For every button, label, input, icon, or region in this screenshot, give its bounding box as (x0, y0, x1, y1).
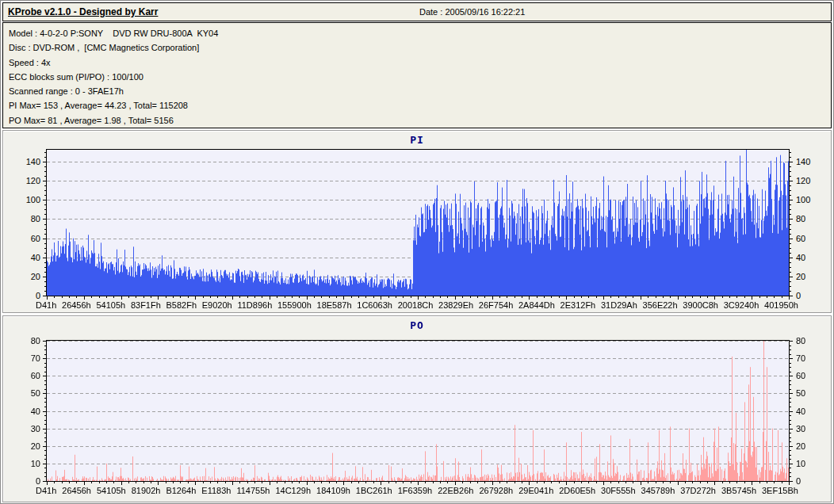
x-tick-label: 37D272h (680, 486, 716, 495)
x-tick-label: 83F1Fh (131, 300, 161, 310)
y-tick-label: 10 (796, 459, 831, 469)
x-tick-label: 14C129h (275, 486, 311, 495)
header-bar: KProbe v2.1.0 - Designed by Karr Date : … (2, 2, 832, 21)
x-tick-label: E9020h (202, 300, 232, 310)
y-tick-label: 40 (796, 253, 831, 263)
x-tick-label: E1183h (201, 486, 231, 495)
x-tick-label: 184109h (316, 486, 350, 495)
x-tick-label: 267928h (479, 486, 513, 495)
y-tick-label: 30 (796, 424, 831, 434)
info-po-stats: PO Max= 81 , Average= 1.98 , Total= 5156 (9, 113, 831, 128)
info-model: Model : 4-0-2-0 P:SONY DVD RW DRU-800A K… (9, 26, 831, 40)
y-tick-label: 140 (796, 157, 831, 167)
x-tick-label: 29E041h (518, 486, 553, 495)
x-tick-label: 31D29Ah (601, 300, 637, 310)
y-tick-label: 70 (6, 353, 40, 364)
y-tick-label: 50 (6, 388, 40, 399)
x-tick-label: 1BC261h (356, 486, 392, 495)
app-title: KProbe v2.1.0 - Designed by Karr (8, 6, 158, 17)
y-tick-label: 80 (796, 336, 831, 346)
x-tick-label: B582Fh (166, 300, 197, 310)
pi-chart-panel: PI 002020404060608080100100120120140140D… (2, 130, 832, 313)
x-tick-label: 26F754h (479, 300, 513, 310)
pi-chart-canvas (40, 148, 795, 302)
y-tick-label: 40 (6, 407, 40, 417)
info-ecc-sum: ECC blocks sum (PI/PO) : 100/100 (9, 70, 831, 84)
x-tick-label: 356E22h (643, 300, 678, 310)
x-tick-label: 23829Eh (438, 300, 473, 310)
x-tick-label: 54105h (97, 486, 126, 495)
info-pi-stats: PI Max= 153 , Average= 44.23 , Total= 11… (9, 98, 831, 113)
x-tick-label: 2A844Dh (518, 300, 555, 310)
x-tick-label: 1F6359h (398, 486, 432, 495)
y-tick-label: 140 (6, 157, 40, 167)
x-tick-label: 3C9240h (724, 300, 759, 310)
x-tick-label: 2D60E5h (559, 486, 595, 495)
x-tick-label: 30F555h (601, 486, 635, 495)
x-tick-label: 18E587h (317, 300, 352, 310)
x-tick-label: 54105h (96, 300, 125, 310)
y-tick-label: 20 (6, 272, 40, 282)
x-tick-label: 11D896h (237, 300, 272, 310)
y-tick-label: 100 (6, 195, 40, 205)
x-tick-label: 3900C8h (683, 300, 718, 310)
pi-chart-title: PI (3, 134, 831, 146)
y-tick-label: 50 (796, 388, 831, 399)
x-tick-label: B1264h (166, 486, 196, 495)
scan-info-panel: Model : 4-0-2-0 P:SONY DVD RW DRU-800A K… (2, 22, 832, 128)
y-tick-label: 60 (6, 234, 40, 244)
y-tick-label: 80 (796, 214, 831, 224)
x-axis-labels: D41h26456h54105h83F1FhB582FhE9020h11D896… (36, 300, 798, 310)
kprobe-window: KProbe v2.1.0 - Designed by Karr Date : … (0, 0, 834, 504)
info-disc: Disc : DVD-ROM , [CMC Magnetics Corporat… (9, 40, 831, 55)
y-tick-label: 60 (796, 371, 831, 381)
y-tick-label: 10 (6, 459, 40, 469)
y-tick-label: 120 (796, 176, 831, 186)
x-tick-label: 345789h (641, 486, 675, 495)
x-tick-label: 1C6063h (357, 300, 392, 310)
y-tick-label: 60 (6, 371, 40, 381)
x-tick-label: D41h (36, 300, 56, 310)
po-chart-plot: 0010102020303040405050606070708080D41h26… (47, 341, 789, 481)
x-tick-label: 20018Ch (398, 300, 434, 310)
x-tick-label: 81902h (132, 486, 161, 495)
y-tick-label: 20 (796, 272, 831, 282)
x-tick-label: 401950h (764, 300, 798, 310)
info-scanned-range: Scanned range : 0 - 3FAE17h (9, 84, 831, 98)
y-tick-label: 70 (796, 353, 831, 364)
x-tick-label: 114755h (236, 486, 270, 495)
x-tick-label: 155900h (277, 300, 312, 310)
x-tick-label: 3B5745h (721, 486, 756, 495)
y-tick-label: 30 (6, 424, 40, 434)
y-tick-label: 120 (6, 176, 40, 186)
x-tick-label: D41h (36, 486, 56, 495)
y-tick-label: 20 (6, 441, 40, 452)
y-tick-label: 80 (6, 214, 40, 224)
y-tick-label: 100 (796, 195, 831, 205)
po-chart-canvas (40, 339, 795, 487)
x-axis-labels: D41h26456h54105h81902hB1264hE1183h114755… (36, 486, 798, 495)
y-tick-label: 80 (6, 336, 40, 346)
y-tick-label: 40 (6, 253, 40, 263)
y-tick-label: 0 (796, 476, 831, 487)
scan-date: Date : 2005/09/16 16:22:21 (419, 7, 525, 17)
x-tick-label: 22EB26h (438, 486, 473, 495)
pi-chart-plot: 002020404060608080100100120120140140D41h… (47, 150, 789, 296)
info-speed: Speed : 4x (9, 55, 831, 70)
x-tick-label: 26456h (62, 300, 91, 310)
x-tick-label: 2E312Fh (560, 300, 596, 310)
y-tick-label: 0 (796, 291, 831, 301)
y-tick-label: 20 (796, 441, 831, 452)
x-tick-label: 3EF15Bh (762, 486, 798, 495)
y-tick-label: 60 (796, 234, 831, 244)
x-tick-label: 26456h (62, 486, 91, 495)
po-chart-title: PO (3, 319, 831, 331)
po-chart-panel: PO 0010102020303040405050606070708080D41… (2, 315, 832, 502)
y-tick-label: 40 (796, 407, 831, 417)
